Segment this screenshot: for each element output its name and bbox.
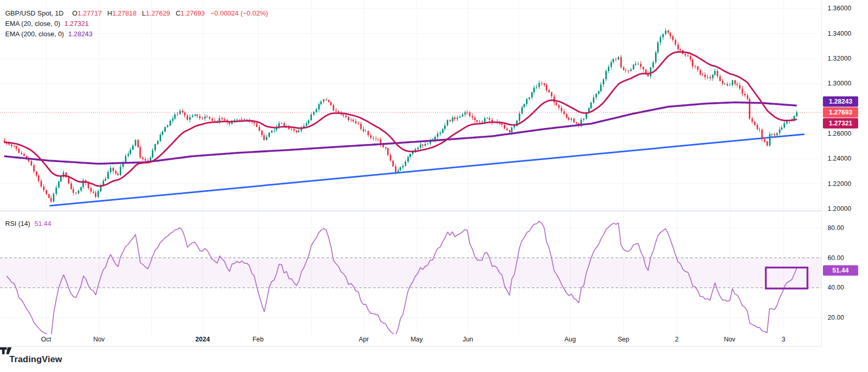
candle-body — [316, 109, 317, 112]
candle-body — [130, 150, 131, 154]
tradingview-logo-icon — [0, 347, 12, 355]
price-axis-tick: 1.24000 — [828, 155, 851, 162]
candle-body — [742, 89, 743, 94]
candle-body — [558, 105, 560, 108]
candle-body — [43, 187, 45, 191]
candle-body — [75, 193, 77, 194]
ema200-price-badge: 1.28243 — [823, 96, 858, 107]
time-axis-label: 2 — [675, 336, 679, 343]
candle-body — [323, 99, 324, 102]
candle-body — [529, 97, 530, 99]
candle-body — [55, 188, 57, 194]
candle-body — [328, 100, 330, 102]
candle-body — [469, 112, 471, 116]
price-axis-tick: 1.34000 — [828, 30, 851, 37]
candle-body — [46, 190, 47, 194]
candle-body — [734, 80, 736, 84]
symbol-legend: GBP/USD Spot, 1D O1.27717 H1.27818 L1.27… — [5, 8, 268, 39]
candle-body — [11, 145, 12, 146]
candle-body — [211, 119, 213, 120]
candle-body — [538, 83, 540, 88]
price-scale-axis[interactable]: 1.360001.340001.320001.300001.260001.240… — [821, 0, 868, 347]
chart-root: GBP/USD Spot, 1D O1.27717 H1.27818 L1.27… — [0, 0, 868, 372]
candle-body — [593, 97, 594, 103]
rsi-pane[interactable] — [0, 211, 821, 334]
candle-body — [744, 94, 746, 95]
candle-body — [519, 113, 520, 121]
candle-body — [506, 128, 508, 131]
candle-body — [112, 168, 114, 171]
candle-body — [719, 76, 721, 81]
candle-body — [786, 121, 788, 123]
candle-body — [526, 99, 528, 104]
candle-body — [385, 147, 387, 148]
candle-body — [95, 193, 96, 197]
candle-body — [779, 130, 780, 133]
candle-body — [333, 105, 334, 110]
rsi-axis-tick: 80.00 — [828, 224, 844, 232]
candle-body — [239, 120, 240, 120]
candle-body — [476, 120, 478, 121]
ema200-value: 1.28243 — [68, 30, 92, 38]
ema200-legend-row[interactable]: EMA (200, close, 0)1.28243 — [5, 29, 268, 39]
trendline-drawing[interactable] — [50, 134, 804, 206]
candle-body — [618, 57, 619, 60]
candle-body — [382, 145, 384, 147]
close-value: 1.27693 — [180, 9, 205, 17]
ema20-legend-row[interactable]: EMA (20, close, 0)1.27321 — [5, 19, 268, 29]
candle-body — [694, 66, 696, 67]
candle-body — [400, 167, 401, 171]
symbol-row: GBP/USD Spot, 1D O1.27717 H1.27818 L1.27… — [5, 8, 268, 19]
time-axis[interactable]: OctNov2024FebAprMayJunAugSep2Nov3 — [0, 334, 821, 347]
candle-body — [553, 96, 555, 103]
ema200-label: EMA (200, close, 0) — [5, 30, 64, 38]
price-axis-tick: 1.36000 — [828, 5, 851, 12]
price-axis-tick: 1.30000 — [828, 80, 851, 87]
candle-body — [652, 62, 654, 67]
candle-body — [747, 95, 748, 99]
candle-body — [293, 129, 295, 131]
candle-body — [590, 103, 592, 108]
candle-body — [23, 154, 25, 156]
candle-body — [714, 71, 716, 75]
candle-body — [53, 194, 54, 202]
candle-body — [536, 87, 537, 88]
candle-body — [127, 154, 129, 156]
time-axis-label: Jun — [463, 336, 473, 343]
ema200-line[interactable] — [4, 103, 797, 164]
candle-body — [700, 70, 701, 75]
rsi-axis-tick: 40.00 — [828, 284, 844, 291]
candle-body — [417, 148, 419, 149]
candle-body — [244, 119, 245, 120]
candle-body — [610, 62, 612, 67]
candle-body — [164, 127, 166, 132]
candle-body — [169, 121, 171, 125]
candle-body — [68, 177, 69, 183]
candle-body — [152, 150, 153, 157]
tradingview-brand[interactable]: TradingView — [9, 354, 62, 365]
candle-body — [650, 67, 651, 76]
candle-body — [759, 129, 760, 130]
candle-body — [93, 192, 94, 193]
candle-body — [724, 84, 725, 84]
candle-body — [704, 75, 706, 77]
ema20-value: 1.27321 — [64, 20, 89, 27]
candle-body — [766, 141, 768, 146]
candle-body — [754, 122, 756, 125]
candle-body — [717, 71, 718, 77]
close-label: C — [176, 9, 180, 17]
rsi-legend-row[interactable]: RSI (14)51.44 — [5, 220, 51, 227]
candle-body — [595, 94, 597, 97]
symbol-title[interactable]: GBP/USD Spot, 1D — [5, 9, 64, 17]
candle-body — [194, 115, 196, 115]
candle-body — [38, 176, 39, 181]
time-axis-label: May — [410, 336, 423, 343]
price-axis-tick: 1.22000 — [828, 180, 851, 188]
candle-body — [16, 146, 17, 148]
candle-body — [268, 133, 270, 137]
candle-body — [422, 145, 423, 146]
ema20-price-badge: 1.27321 — [823, 118, 858, 128]
candle-body — [628, 70, 629, 71]
candle-body — [256, 123, 258, 127]
candle-body — [387, 148, 389, 155]
